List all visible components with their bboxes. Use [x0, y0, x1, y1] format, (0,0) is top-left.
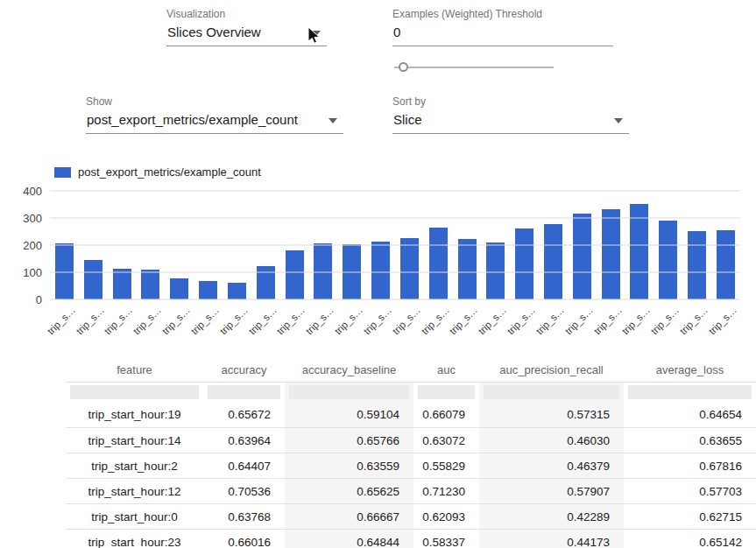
slider-thumb[interactable] — [399, 62, 408, 72]
bar[interactable] — [84, 260, 102, 299]
gridline — [50, 218, 740, 219]
x-slot: trip_s… — [481, 302, 510, 344]
x-tick-label: trip_s… — [102, 305, 135, 337]
x-slot: trip_s… — [308, 302, 337, 344]
filter-input[interactable] — [208, 385, 280, 399]
metric-cell: 0.42289 — [479, 504, 624, 529]
x-tick-label: trip_s… — [419, 305, 451, 337]
metric-cell: 0.63964 — [203, 428, 285, 453]
bar[interactable] — [199, 281, 217, 299]
bar[interactable] — [717, 230, 735, 299]
bar[interactable] — [486, 242, 505, 299]
y-tick-label: 0 — [36, 293, 42, 306]
metric-cell: 0.63768 — [203, 504, 285, 529]
metric-cell: 0.55829 — [413, 453, 479, 478]
metric-cell: 0.57907 — [479, 479, 624, 503]
filter-input[interactable] — [484, 385, 619, 399]
bar[interactable] — [400, 238, 419, 299]
metric-cell: 0.63655 — [624, 428, 756, 453]
sort-by-label: Sort by — [392, 95, 426, 108]
threshold-slider[interactable] — [394, 61, 554, 74]
bar[interactable] — [458, 239, 477, 299]
metric-cell: 0.63559 — [285, 453, 413, 478]
x-tick-label: trip_s… — [275, 305, 307, 337]
metric-cell: 0.70536 — [203, 479, 285, 503]
chevron-down-icon[interactable] — [329, 118, 337, 123]
filter-cell — [479, 383, 624, 402]
table-body: trip_start_hour:190.656720.591040.660790… — [66, 402, 756, 548]
table-row[interactable]: trip_start_hour:230.660160.648440.583370… — [66, 529, 756, 548]
legend-label: post_export_metrics/example_count — [78, 165, 261, 179]
metric-cell: 0.62715 — [624, 504, 756, 529]
x-slot: trip_s… — [136, 302, 165, 344]
x-slot: trip_s… — [597, 302, 625, 344]
bar[interactable] — [113, 269, 131, 299]
filter-input[interactable] — [289, 385, 409, 399]
x-slot: trip_s… — [50, 302, 79, 344]
sort-by-select[interactable]: Slice — [392, 110, 629, 134]
column-header-average_loss[interactable]: average_loss — [624, 357, 756, 382]
column-header-accuracy[interactable]: accuracy — [203, 357, 285, 382]
metric-cell: 0.65766 — [285, 428, 413, 453]
bar[interactable] — [602, 209, 620, 299]
table-row[interactable]: trip_start_hour:20.644070.635590.558290.… — [66, 453, 756, 478]
bar[interactable] — [659, 221, 677, 299]
metric-cell: 0.63072 — [413, 428, 479, 453]
mouse-cursor — [307, 27, 321, 45]
column-header-auc_precision_recall[interactable]: auc_precision_recall — [479, 357, 624, 382]
bar[interactable] — [371, 242, 390, 299]
bar[interactable] — [688, 231, 706, 299]
x-tick-label: trip_s… — [160, 305, 193, 337]
chart-x-axis: trip_s…trip_s…trip_s…trip_s…trip_s…trip_… — [50, 302, 740, 344]
x-tick-label: trip_s… — [246, 305, 279, 337]
table-row[interactable]: trip_start_hour:190.656720.591040.660790… — [66, 402, 756, 427]
slider-track[interactable] — [394, 67, 554, 68]
visualization-select[interactable]: Slices Overview — [166, 23, 327, 46]
chevron-down-icon[interactable] — [614, 118, 623, 123]
bar[interactable] — [515, 228, 533, 299]
legend-swatch — [54, 167, 71, 178]
x-slot: trip_s… — [108, 302, 137, 344]
x-slot: trip_s… — [568, 302, 597, 344]
metrics-table: featureaccuracyaccuracy_baselineaucauc_p… — [66, 357, 756, 548]
column-header-accuracy_baseline[interactable]: accuracy_baseline — [285, 357, 413, 382]
metric-cell: 0.66079 — [413, 402, 479, 427]
table-row[interactable]: trip_start_hour:120.705360.656250.712300… — [66, 478, 756, 503]
gridline — [50, 299, 740, 300]
bar[interactable] — [429, 228, 448, 299]
x-tick-label: trip_s… — [74, 305, 106, 337]
bar[interactable] — [573, 214, 591, 299]
bar[interactable] — [544, 224, 562, 299]
x-slot: trip_s… — [654, 302, 682, 344]
threshold-input[interactable]: 0 — [392, 23, 613, 46]
table-row[interactable]: trip_start_hour:140.639640.657660.630720… — [66, 427, 756, 453]
column-header-auc[interactable]: auc — [413, 357, 479, 382]
bar[interactable] — [170, 278, 188, 299]
x-slot: trip_s… — [453, 302, 482, 344]
table-row[interactable]: trip_start_hour:00.637680.666670.620930.… — [66, 503, 756, 529]
sort-by-value: Slice — [393, 112, 422, 127]
metric-cell: 0.59104 — [285, 402, 413, 427]
metric-cell: 0.65625 — [285, 479, 413, 503]
filter-input[interactable] — [628, 385, 752, 399]
metric-cell: 0.65672 — [203, 402, 285, 427]
metric-cell: 0.66667 — [285, 504, 413, 529]
chart-plot — [50, 191, 740, 299]
metric-cell: 0.64844 — [285, 530, 413, 548]
show-select[interactable]: post_export_metrics/example_count — [86, 110, 343, 134]
x-slot: trip_s… — [682, 302, 711, 344]
x-tick-label: trip_s… — [620, 305, 653, 337]
metric-cell: 0.58337 — [413, 530, 479, 548]
filter-input[interactable] — [418, 385, 475, 399]
feature-cell: trip_start_hour:19 — [66, 402, 203, 427]
x-slot: trip_s… — [165, 302, 194, 344]
x-slot: trip_s… — [424, 302, 453, 344]
filter-input[interactable] — [70, 385, 199, 399]
x-tick-label: trip_s… — [362, 305, 394, 337]
x-slot: trip_s… — [510, 302, 539, 344]
bar[interactable] — [286, 250, 304, 299]
x-slot: trip_s… — [366, 302, 395, 344]
bar[interactable] — [228, 283, 246, 299]
column-header-feature[interactable]: feature — [66, 357, 203, 382]
bar[interactable] — [141, 270, 159, 299]
